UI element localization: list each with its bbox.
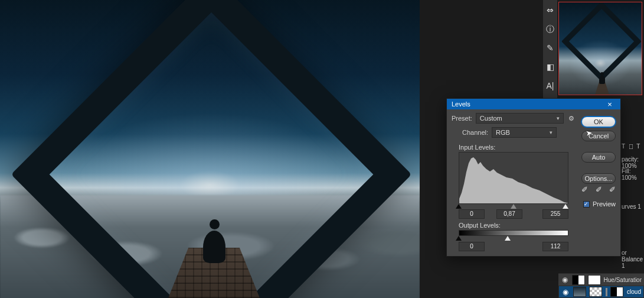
gray-eyedropper-icon[interactable]: ✐	[596, 185, 602, 194]
preset-select[interactable]: Custom ▾	[476, 113, 564, 124]
black-eyedropper-icon[interactable]: ✐	[581, 185, 588, 194]
cancel-button[interactable]: Cancel	[581, 131, 616, 141]
expand-icon[interactable]: ⇔	[547, 6, 554, 14]
input-black-field[interactable]: 0	[459, 209, 485, 219]
chevron-down-icon: ▾	[550, 129, 553, 135]
smart-object-badge[interactable]	[589, 287, 602, 297]
close-icon[interactable]: ×	[601, 100, 618, 109]
output-slider-track[interactable]	[459, 236, 568, 241]
fill-fragment: Fill: 100%	[622, 168, 644, 181]
levels-dialog[interactable]: Levels × Preset: Custom ▾ ⚙ Channel: RGB…	[446, 98, 621, 257]
adjustment-thumb[interactable]	[572, 275, 585, 285]
preset-label: Preset:	[452, 115, 472, 122]
output-levels-label: Output Levels:	[459, 222, 501, 229]
dialog-titlebar[interactable]: Levels ×	[447, 99, 620, 109]
type-icon[interactable]: A|	[547, 82, 554, 90]
layer-thumb[interactable]	[573, 287, 586, 297]
seated-figure	[203, 219, 225, 265]
layers-panel[interactable]: ◉ Hue/Saturation ◉ cloud	[558, 273, 644, 298]
midtone-slider[interactable]	[511, 204, 516, 209]
navigator-thumbnail[interactable]	[558, 2, 642, 95]
input-white-field[interactable]: 255	[542, 209, 568, 219]
collapsed-options-bar[interactable]: ⇔ ⓘ ✎ ◧ A| □	[543, 0, 557, 101]
black-point-slider[interactable]	[456, 204, 462, 209]
document-canvas[interactable]	[0, 0, 420, 298]
output-white-field[interactable]: 112	[542, 242, 568, 251]
navigator-figure	[599, 72, 605, 84]
opacity-fragment: pacity: 100%	[622, 156, 644, 169]
white-eyedropper-icon[interactable]: ✐	[609, 185, 616, 194]
input-gamma-field[interactable]: 0,87	[496, 209, 522, 219]
output-black-slider[interactable]	[456, 236, 462, 241]
output-white-slider[interactable]	[505, 236, 511, 241]
preset-menu-gear-icon[interactable]: ⚙	[567, 115, 576, 122]
layer-row-hue-sat[interactable]: ◉ Hue/Saturation	[558, 273, 644, 286]
auto-button[interactable]: Auto	[581, 152, 616, 163]
swatch-icon[interactable]: ◧	[547, 63, 554, 71]
preview-label[interactable]: Preview	[593, 200, 616, 208]
histogram[interactable]	[459, 152, 568, 204]
adjustment-name-fragment[interactable]: urves 1	[622, 203, 644, 210]
link-icon	[606, 288, 607, 296]
white-point-slider[interactable]	[563, 204, 568, 209]
output-gradient[interactable]	[459, 230, 568, 236]
ok-button[interactable]: OK	[581, 116, 616, 127]
preview-checkbox[interactable]: ✓	[583, 201, 590, 208]
layer-mask-thumb[interactable]	[588, 275, 601, 285]
channel-label: Channel:	[462, 129, 488, 136]
eyedropper-group: ✐ ✐ ✐	[581, 185, 616, 194]
channel-select[interactable]: RGB ▾	[492, 127, 557, 138]
adjustment-row-fragment[interactable]: or Balance 1	[622, 250, 644, 269]
dialog-title: Levels	[452, 101, 470, 108]
info-icon[interactable]: ⓘ	[546, 25, 554, 33]
layer-name[interactable]: cloud	[627, 289, 641, 295]
input-levels-label: Input Levels:	[459, 144, 495, 151]
channel-value: RGB	[496, 129, 510, 136]
type-tool-row[interactable]: T ⎕ T	[622, 143, 641, 150]
preset-value: Custom	[480, 115, 502, 122]
layer-name[interactable]: Hue/Saturation	[604, 277, 642, 283]
visibility-eye-icon[interactable]: ◉	[561, 288, 570, 296]
input-slider-track[interactable]	[459, 204, 568, 209]
visibility-eye-icon[interactable]: ◉	[561, 276, 569, 284]
chevron-down-icon: ▾	[557, 115, 560, 121]
options-button[interactable]: Options...	[581, 173, 616, 184]
brush-icon[interactable]: ✎	[547, 44, 554, 52]
output-black-field[interactable]: 0	[459, 242, 485, 251]
layer-row-cloud[interactable]: ◉ cloud	[558, 286, 644, 298]
layer-mask-thumb[interactable]	[610, 287, 623, 297]
